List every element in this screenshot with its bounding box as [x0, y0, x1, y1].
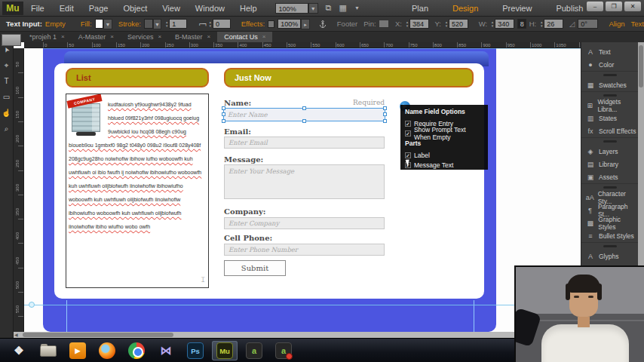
tab-close-icon[interactable]: × [158, 32, 161, 42]
panel-grip[interactable] [581, 137, 638, 145]
mode-preview[interactable]: Preview [490, 0, 544, 17]
minimize-button[interactable]: – [587, 2, 603, 11]
capture-app-taskbar-button[interactable]: a [241, 341, 267, 360]
design-canvas[interactable]: List Just Now COMPANY kudfauiosh yf9ough… [24, 48, 581, 332]
list-text-frame[interactable]: COMPANY kudfauiosh yf9oughwr9438y2 9fuad… [66, 94, 209, 288]
photoshop-taskbar-button[interactable]: Ps [182, 341, 208, 360]
name-input-selected[interactable]: Enter Name [223, 108, 385, 121]
panel-graphic-styles[interactable]: ▩Graphic Styles [581, 216, 638, 229]
tab--projeh-1[interactable]: *projeh 1× [23, 32, 72, 42]
opacity-arrow[interactable]: ▸ [301, 19, 310, 29]
show-desktop-taskbar-button[interactable]: ❖ [6, 341, 32, 360]
corner-radius-field[interactable]: 0 [213, 19, 231, 29]
scroll-left-arrow[interactable]: ◀ [14, 332, 18, 338]
mode-design[interactable]: Design [440, 0, 490, 17]
submit-button[interactable]: Submit [224, 260, 286, 276]
justnow-section-header[interactable]: Just Now [224, 68, 474, 87]
phone-input[interactable]: Enter Phone Number [224, 244, 385, 256]
capture-recording-taskbar-button[interactable]: a [271, 341, 296, 360]
align-menu[interactable]: Align [609, 20, 624, 28]
zoom-level-field[interactable]: 100% [275, 3, 308, 14]
scrollbar-thumb[interactable] [23, 333, 173, 337]
selection-handle[interactable] [302, 106, 306, 110]
text-menu[interactable]: Text [631, 20, 644, 28]
opacity-field[interactable]: 100% [278, 19, 301, 29]
list-section-header[interactable]: List [66, 68, 209, 87]
rotation-field[interactable]: 0° [578, 19, 598, 29]
h-field[interactable]: 26 [544, 19, 563, 29]
tab-b-master[interactable]: B-Master× [168, 32, 217, 42]
mode-plan[interactable]: Plan [400, 0, 440, 17]
chrome-taskbar-button[interactable] [124, 341, 149, 360]
menu-help[interactable]: Help [232, 0, 265, 17]
checkbox-icon[interactable]: ✓ [405, 152, 411, 158]
tab-close-icon[interactable]: × [207, 32, 211, 42]
y-field[interactable]: 520 [449, 19, 468, 29]
fill-label[interactable]: Fill: [81, 20, 92, 28]
kmplayer-taskbar-button[interactable]: ⋈ [153, 341, 179, 360]
tab-services[interactable]: Services× [121, 32, 168, 42]
selection-handle[interactable] [383, 112, 387, 116]
effects-label[interactable]: Effects: [241, 20, 265, 28]
menu-item-label[interactable]: ✓Label [405, 150, 483, 160]
explorer-taskbar-button[interactable] [35, 341, 61, 360]
panel-layers[interactable]: ◈Layers [581, 145, 638, 158]
media-player-taskbar-button[interactable]: ▶ [65, 341, 90, 360]
checkbox-icon[interactable]: ✓ [405, 130, 411, 137]
stroke-swatch[interactable] [144, 19, 153, 29]
panel-grip[interactable] [581, 242, 638, 250]
stroke-weight-field[interactable]: 1 [169, 19, 187, 29]
preview-page-icon[interactable]: ⧉ [326, 3, 332, 13]
panel-paragraph-styles[interactable]: ¶Paragraph St... [581, 204, 638, 216]
hand-tool-icon[interactable]: ☝ [2, 109, 11, 118]
link-wh-icon[interactable]: 8 [517, 19, 526, 29]
menu-object[interactable]: Object [115, 0, 155, 17]
panel-scroll-effects[interactable]: fxScroll Effects [581, 124, 638, 137]
menu-edit[interactable]: Edit [52, 0, 81, 17]
email-input[interactable]: Enter Email [224, 137, 385, 149]
selection-handle[interactable] [222, 119, 225, 123]
corner-radius-icon[interactable]: ⌐¬ [199, 20, 205, 28]
content-card[interactable]: List Just Now COMPANY kudfauiosh yf9ough… [54, 63, 484, 299]
firefox-taskbar-button[interactable] [94, 341, 120, 360]
canvas-hscrollbar[interactable]: ◀ [14, 332, 581, 338]
selection-handle[interactable] [222, 112, 225, 116]
pin-widget[interactable] [379, 20, 389, 28]
muse-taskbar-button[interactable]: Mu [212, 341, 238, 360]
tab-close-icon[interactable]: × [110, 32, 114, 42]
panel-character-styles[interactable]: aACharacter Sty... [581, 191, 638, 204]
tab-close-icon[interactable]: × [262, 32, 266, 42]
x-field[interactable]: 384 [409, 19, 429, 29]
panel-bullet-styles[interactable]: ≡Bullet Styles [581, 229, 638, 242]
selection-handle[interactable] [302, 119, 306, 123]
menu-view[interactable]: View [155, 0, 188, 17]
text-tool-icon[interactable]: T [4, 77, 8, 86]
ruler-corner-widget[interactable] [2, 34, 21, 46]
tab-a-master[interactable]: A-Master× [72, 32, 121, 42]
fill-swatch[interactable] [95, 19, 104, 29]
menu-item-message-text[interactable]: ✓Message Text [405, 160, 483, 170]
selection-tool-icon[interactable]: ➤ [1, 45, 11, 54]
menu-window[interactable]: Window [188, 0, 232, 17]
zoom-dropdown-arrow[interactable]: ▼ [308, 3, 318, 14]
checkbox-icon[interactable]: ✓ [405, 121, 411, 127]
panel-states[interactable]: ▥States [581, 112, 638, 124]
panel-color[interactable]: ●Color [581, 58, 638, 71]
panel-grip[interactable] [581, 71, 638, 78]
footer-label[interactable]: Footer [337, 20, 357, 28]
crop-tool-icon[interactable]: ⌖ [5, 61, 9, 70]
selection-handle[interactable] [222, 106, 225, 110]
stroke-dropdown-arrow[interactable]: ▼ [153, 19, 162, 29]
tab-close-icon[interactable]: × [61, 32, 65, 42]
menu-page[interactable]: Page [81, 0, 116, 17]
message-textarea[interactable]: Enter Your Message [224, 164, 385, 199]
menu-file[interactable]: File [23, 0, 52, 17]
w-field[interactable]: 340 [495, 19, 514, 29]
panel-swatches[interactable]: ▦Swatches [581, 78, 638, 91]
fill-dropdown-arrow[interactable]: ▼ [103, 19, 112, 29]
stroke-label[interactable]: Stroke: [118, 20, 141, 28]
guide-handle[interactable] [29, 302, 35, 308]
rectangle-tool-icon[interactable]: ▭ [3, 93, 10, 102]
zoom-tool-icon[interactable]: ⌕ [5, 124, 9, 133]
restore-button[interactable]: ❐ [606, 2, 622, 11]
